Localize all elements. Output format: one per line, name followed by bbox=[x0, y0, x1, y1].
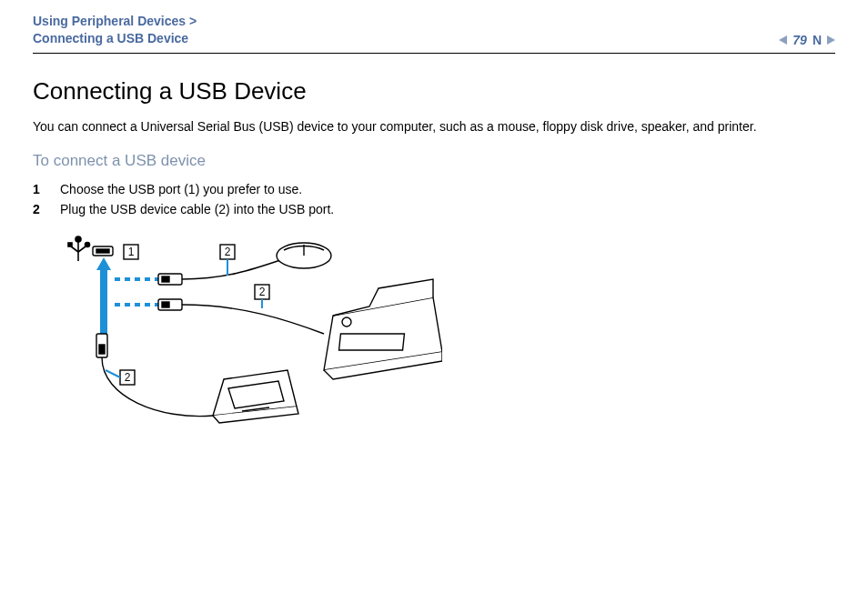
previous-page-icon[interactable] bbox=[779, 35, 787, 45]
svg-rect-27 bbox=[99, 345, 105, 354]
svg-text:1: 1 bbox=[128, 246, 135, 258]
mouse-device-icon bbox=[277, 243, 331, 268]
page-content: Connecting a USB Device You can connect … bbox=[33, 54, 835, 447]
svg-text:2: 2 bbox=[225, 246, 231, 258]
step-number: 2 bbox=[33, 202, 44, 216]
usb-connection-figure: 1 bbox=[60, 234, 442, 443]
callout-port: 1 bbox=[124, 245, 138, 259]
breadcrumb-separator: > bbox=[186, 14, 197, 28]
cable-printer bbox=[115, 299, 324, 334]
page-number: 79 bbox=[792, 33, 807, 47]
steps-list: 1 Choose the USB port (1) you prefer to … bbox=[33, 179, 835, 219]
usb-icon bbox=[68, 236, 90, 261]
next-page-icon[interactable] bbox=[827, 35, 835, 45]
page-title: Connecting a USB Device bbox=[33, 77, 835, 106]
svg-text:2: 2 bbox=[259, 286, 266, 298]
floppy-drive-icon bbox=[213, 370, 298, 423]
subheading: To connect a USB device bbox=[33, 152, 835, 170]
step-number: 1 bbox=[33, 182, 44, 196]
letter-n: N bbox=[812, 33, 822, 47]
svg-rect-9 bbox=[100, 270, 107, 334]
breadcrumb: Using Peripheral Devices > Connecting a … bbox=[33, 13, 197, 47]
step-text: Choose the USB port (1) you prefer to us… bbox=[60, 182, 302, 196]
svg-line-30 bbox=[106, 370, 120, 377]
breadcrumb-section: Using Peripheral Devices bbox=[33, 14, 186, 28]
step-text: Plug the USB device cable (2) into the U… bbox=[60, 202, 334, 216]
svg-rect-20 bbox=[162, 302, 169, 307]
list-item: 1 Choose the USB port (1) you prefer to … bbox=[33, 179, 835, 199]
svg-point-25 bbox=[342, 317, 351, 327]
usb-port-icon bbox=[93, 246, 113, 256]
list-item: 2 Plug the USB device cable (2) into the… bbox=[33, 199, 835, 219]
page-header: Using Peripheral Devices > Connecting a … bbox=[33, 0, 835, 54]
svg-rect-24 bbox=[339, 334, 405, 350]
arrow-into-port-icon bbox=[96, 257, 111, 334]
cable-mouse bbox=[115, 259, 283, 285]
callout-cable-b: 2 bbox=[255, 285, 269, 308]
pager: 79 N bbox=[779, 33, 835, 47]
svg-marker-8 bbox=[96, 257, 111, 270]
svg-point-1 bbox=[76, 236, 81, 242]
breadcrumb-page: Connecting a USB Device bbox=[33, 31, 188, 45]
svg-rect-2 bbox=[68, 243, 72, 246]
svg-rect-12 bbox=[162, 276, 169, 282]
svg-rect-5 bbox=[96, 249, 109, 253]
svg-text:2: 2 bbox=[125, 371, 131, 384]
svg-point-3 bbox=[86, 242, 90, 246]
printer-device-icon bbox=[324, 279, 442, 379]
intro-paragraph: You can connect a Universal Serial Bus (… bbox=[33, 118, 835, 136]
callout-cable-a: 2 bbox=[220, 245, 235, 276]
